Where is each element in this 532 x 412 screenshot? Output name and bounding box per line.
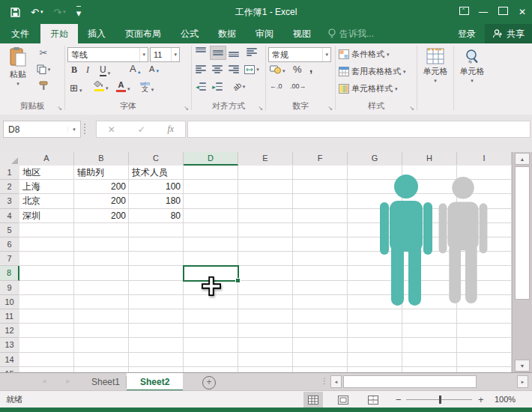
font-name-combo[interactable]: 等线▾ (67, 47, 148, 62)
font-dialog-launcher[interactable]: ↘ (184, 105, 189, 112)
cut-button[interactable]: ✂ (36, 46, 51, 59)
hscroll-right-icon[interactable]: ▸ (517, 375, 528, 388)
page-layout-view-button[interactable] (333, 392, 353, 408)
row-header-14[interactable]: 14 (0, 353, 19, 367)
column-header-C[interactable]: C (129, 152, 184, 165)
formula-bar-handle[interactable] (84, 124, 88, 134)
column-header-A[interactable]: A (19, 152, 74, 165)
row-header-6[interactable]: 6 (0, 237, 19, 252)
center-button[interactable] (210, 63, 225, 76)
cell-C4[interactable]: 80 (129, 209, 184, 223)
zoom-slider[interactable] (406, 399, 472, 400)
cell-grid[interactable]: 地区辅助列技术人员上海200100北京200180深圳20080 (19, 166, 512, 372)
name-box-dropdown-icon[interactable]: ▾ (67, 127, 80, 133)
underline-button[interactable]: U▾ (100, 64, 110, 76)
cell-B1[interactable]: 辅助列 (74, 166, 129, 180)
comma-style-button[interactable]: , (309, 61, 312, 74)
paste-button[interactable]: 粘贴 ▾ (4, 46, 31, 87)
row-header-2[interactable]: 2 (0, 180, 19, 194)
close-button[interactable]: ✕ (513, 0, 532, 24)
increase-indent-button[interactable]: ▸ (210, 80, 225, 93)
row-header-3[interactable]: 3 (0, 194, 19, 208)
scroll-up-icon[interactable]: ▲ (515, 153, 530, 165)
vertical-scroll-thumb[interactable] (515, 166, 530, 300)
cell-C1[interactable]: 技术人员 (129, 166, 184, 180)
tab-home[interactable]: 开始 (40, 24, 78, 43)
increase-font-size-button[interactable]: A▲ (130, 63, 142, 74)
font-color-button[interactable]: A ▾ (116, 81, 130, 92)
decrease-decimal-button[interactable]: .00→ (290, 82, 306, 90)
phonetic-guide-button[interactable]: wén 文 ▾ (140, 81, 154, 93)
copy-button[interactable]: ▾ (36, 63, 51, 76)
editing-group-button[interactable]: 单元格 ▾ (456, 48, 489, 84)
decrease-indent-button[interactable]: ◂ (193, 80, 208, 93)
percent-style-button[interactable]: % (293, 64, 302, 75)
sheet-tab-sheet2[interactable]: Sheet2 (127, 373, 183, 391)
styles-dialog-launcher[interactable]: ↘ (409, 105, 414, 112)
row-header-13[interactable]: 13 (0, 338, 19, 352)
insert-function-icon[interactable]: fx (167, 124, 174, 135)
number-dialog-launcher[interactable]: ↘ (327, 105, 333, 112)
scroll-down-icon[interactable]: ▼ (515, 360, 530, 372)
tab-view[interactable]: 视图 (283, 24, 321, 43)
format-painter-button[interactable] (36, 79, 51, 92)
page-break-view-button[interactable] (363, 392, 383, 408)
cell-A3[interactable]: 北京 (19, 194, 74, 208)
column-header-E[interactable]: E (238, 152, 293, 165)
accounting-format-button[interactable]: ▾ (270, 64, 285, 74)
cell-C3[interactable]: 180 (129, 194, 184, 208)
cell-A4[interactable]: 深圳 (19, 209, 74, 223)
align-left-button[interactable] (193, 63, 208, 76)
cell-A1[interactable]: 地区 (19, 166, 74, 180)
teal-person-graphic[interactable] (380, 174, 432, 306)
tab-scroll-splitter[interactable]: ⋮ (321, 377, 328, 385)
format-as-table-button[interactable]: 套用表格格式▾ (339, 66, 406, 77)
cell-B3[interactable]: 200 (74, 194, 129, 208)
formula-input[interactable] (187, 121, 531, 138)
zoom-level[interactable]: 100% (495, 391, 516, 408)
new-sheet-button[interactable]: + (202, 376, 216, 390)
ribbon-display-options-icon[interactable]: ⌃ (454, 0, 474, 24)
cell-B2[interactable]: 200 (74, 180, 129, 194)
tab-review[interactable]: 审阅 (246, 24, 283, 43)
font-size-combo[interactable]: 11▾ (150, 47, 180, 62)
middle-align-button[interactable] (210, 46, 226, 60)
maximize-button[interactable] (493, 0, 513, 24)
tab-formulas[interactable]: 公式 (171, 24, 208, 43)
tab-page-layout[interactable]: 页面布局 (115, 24, 171, 43)
row-header-8[interactable]: 8 (0, 266, 19, 280)
name-box[interactable]: D8 ▾ (3, 121, 81, 138)
select-all-button[interactable] (0, 152, 20, 166)
fill-handle[interactable] (235, 278, 241, 283)
alignment-dialog-launcher[interactable]: ↘ (258, 105, 263, 112)
sign-in-button[interactable]: 登录 (449, 24, 485, 43)
row-header-9[interactable]: 9 (0, 281, 19, 295)
tab-file[interactable]: 文件 (0, 24, 40, 43)
row-header-11[interactable]: 11 (0, 309, 19, 324)
bold-button[interactable]: B (71, 64, 77, 76)
column-header-G[interactable]: G (348, 152, 402, 165)
row-header-7[interactable]: 7 (0, 252, 19, 266)
sheet-nav-arrows-icon[interactable]: ◂ ▸ (42, 376, 79, 386)
fill-color-button[interactable]: ▾ (94, 81, 109, 91)
cell-C2[interactable]: 100 (129, 180, 184, 194)
tell-me-box[interactable]: 告诉我... (328, 24, 374, 43)
column-header-F[interactable]: F (293, 152, 348, 165)
align-right-button[interactable] (226, 63, 241, 76)
italic-button[interactable]: I (86, 64, 89, 76)
cell-A2[interactable]: 上海 (19, 180, 74, 194)
cells-group-button[interactable]: 单元格 ▾ (419, 48, 452, 84)
orientation-button[interactable]: ab▾ (229, 80, 249, 93)
minimize-button[interactable]: — (474, 0, 493, 24)
normal-view-button[interactable] (303, 392, 323, 408)
conditional-formatting-button[interactable]: 条件格式▾ (339, 49, 390, 60)
row-header-1[interactable]: 1 (0, 166, 19, 180)
vertical-scrollbar[interactable]: ▲ ▼ (512, 152, 532, 372)
gray-person-graphic[interactable] (437, 175, 489, 305)
cell-styles-button[interactable]: 单元格样式▾ (339, 83, 398, 94)
top-align-button[interactable] (193, 46, 208, 58)
clipboard-dialog-launcher[interactable]: ↘ (57, 105, 62, 112)
tab-data[interactable]: 数据 (208, 24, 246, 43)
hscroll-left-icon[interactable]: ◂ (330, 375, 342, 388)
horizontal-scroll-thumb[interactable] (343, 375, 477, 388)
